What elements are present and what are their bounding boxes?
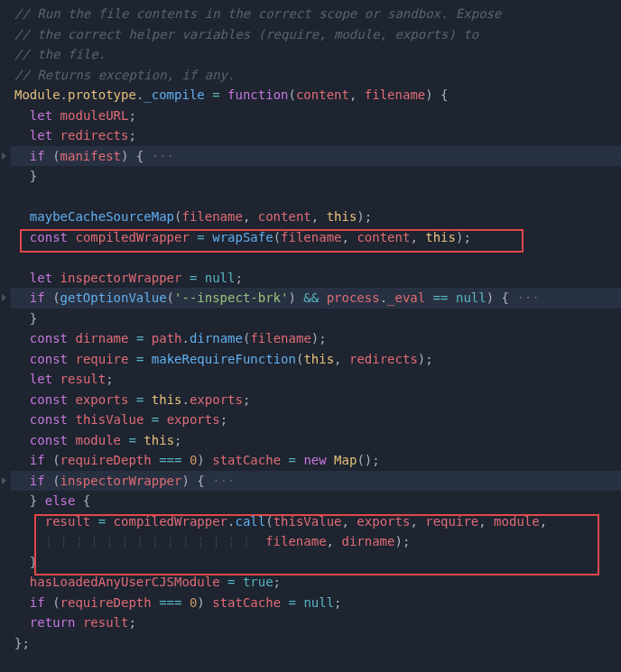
code-token: inspectorWrapper [60, 271, 182, 285]
code-line: const compiledWrapper = wrapSafe(filenam… [11, 227, 621, 248]
code-token: process [327, 290, 380, 305]
code-token: wrapSafe [212, 230, 273, 244]
code-token: = [212, 87, 219, 102]
code-line: const module = this; [11, 430, 621, 451]
code-token: ; [273, 575, 281, 589]
fold-indicator-icon[interactable] [2, 294, 6, 301]
code-token [144, 412, 151, 427]
code-token: == [433, 290, 449, 305]
code-token: dirname [341, 534, 394, 548]
code-token: manifest [60, 149, 121, 163]
code-token: filename [265, 534, 326, 548]
code-line: const exports = this.exports; [11, 390, 621, 410]
code-token [319, 290, 326, 305]
code-token [75, 615, 82, 630]
code-token: dirname [190, 331, 243, 345]
code-line: ¦ ¦ ¦ ¦ ¦ ¦ ¦ ¦ ¦ ¦ ¦ ¦ ¦ ¦ filename, di… [11, 531, 621, 552]
code-token: = [289, 595, 296, 610]
code-token: , [540, 514, 547, 529]
code-token: } [14, 555, 37, 569]
code-token: content [258, 209, 311, 224]
code-token [144, 392, 151, 407]
code-token: . [60, 87, 68, 102]
code-token [14, 372, 30, 386]
code-token: content [296, 87, 349, 102]
code-token: ··· [509, 290, 540, 305]
code-token: // Returns exception, if any. [14, 68, 235, 82]
fold-indicator-icon[interactable] [2, 152, 6, 160]
code-line: const require = makeRequireFunction(this… [11, 349, 621, 370]
code-token: this [144, 433, 174, 447]
code-token: ; [174, 433, 181, 447]
code-token: === [159, 595, 181, 610]
code-token: } [14, 493, 45, 508]
code-line: // the file. [11, 44, 621, 65]
code-token: ) [197, 595, 212, 610]
code-token: ··· [205, 474, 236, 488]
code-token: content [357, 230, 410, 244]
code-token: ) [288, 290, 303, 305]
code-token: result [83, 615, 129, 630]
code-token: filename [281, 230, 341, 244]
code-token: compiledWrapper [75, 230, 189, 244]
code-token: ( [45, 453, 60, 467]
code-token: . [182, 392, 190, 407]
code-token: exports [75, 392, 128, 407]
code-line [11, 187, 621, 207]
code-line: if (requireDepth === 0) statCache = null… [11, 593, 621, 613]
code-token: result [45, 514, 91, 529]
code-token: this [327, 209, 357, 224]
code-token: . [182, 331, 190, 345]
code-token: if [30, 595, 45, 610]
code-token: // the correct helper variables (require… [14, 27, 478, 41]
code-token: null [205, 271, 236, 285]
code-token [14, 615, 30, 630]
code-token: ; [220, 412, 227, 427]
code-token: true [243, 575, 273, 589]
code-token [128, 392, 135, 407]
code-line: maybeCacheSourceMap(filename, content, t… [11, 207, 621, 227]
code-line: let result; [11, 369, 621, 390]
code-token: && [303, 290, 319, 305]
code-token: , [243, 209, 258, 224]
code-token: , [311, 209, 327, 224]
code-token: = [197, 230, 204, 244]
code-line: } else { [11, 491, 621, 511]
code-token: ; [243, 392, 250, 407]
code-token: filename [181, 209, 242, 224]
code-token [128, 352, 135, 366]
code-token: const [30, 392, 68, 407]
code-token: result [60, 372, 107, 386]
code-token: inspectorWrapper [60, 474, 182, 488]
code-token: ( [45, 290, 60, 305]
fold-indicator-icon[interactable] [2, 477, 6, 484]
code-token [14, 331, 30, 345]
code-token: hasLoadedAnyUserCJSModule [30, 575, 220, 589]
code-token: maybeCacheSourceMap [30, 209, 174, 224]
code-token: redirects [349, 352, 418, 366]
code-token: redirects [60, 128, 129, 143]
code-token: requireDepth [60, 595, 152, 610]
code-token [14, 230, 30, 244]
code-token: ; [128, 615, 135, 630]
code-token [14, 575, 30, 589]
code-token: const [30, 433, 68, 447]
code-token [144, 352, 151, 366]
code-token [14, 433, 30, 447]
code-token: require [75, 352, 128, 366]
code-token: dirname [75, 331, 128, 345]
code-token: ) [197, 453, 212, 467]
code-token [14, 412, 30, 427]
code-line: let redirects; [11, 125, 621, 146]
code-token: const [30, 230, 68, 244]
code-token [128, 331, 135, 345]
code-token: ··· [144, 149, 174, 163]
code-token: this [152, 392, 182, 407]
code-token [205, 87, 212, 102]
code-token [327, 453, 334, 467]
code-line: } [11, 166, 621, 187]
code-line: let moduleURL; [11, 106, 621, 126]
code-token: Module [14, 87, 60, 102]
code-line: const thisValue = exports; [11, 410, 621, 430]
code-block: // Run the file contents in the correct … [11, 4, 621, 653]
